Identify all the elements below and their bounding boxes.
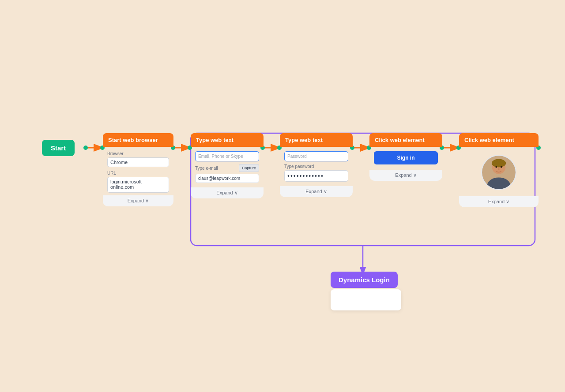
click-signin-card: Click web element Sign in Expand ∨ [369, 133, 442, 181]
avatar [481, 155, 516, 190]
start-browser-card: Start web browser Browser Chrome URL log… [103, 133, 173, 206]
start-browser-footer: Expand ∨ [103, 195, 173, 206]
svg-point-6 [498, 168, 500, 170]
email-value-field: claus@leapwork.com [195, 174, 259, 183]
url-value: login.microsoftonline.com [107, 177, 169, 193]
avatar-container [463, 151, 534, 194]
password-value-field: •••••••••••• [284, 170, 348, 182]
start-browser-body: Browser Chrome URL login.microsoftonline… [103, 147, 173, 195]
dynamics-login-card [331, 289, 401, 310]
capture-button[interactable]: Capture [239, 164, 259, 172]
type-email-title: Type web text [196, 137, 234, 143]
svg-point-5 [501, 166, 502, 168]
svg-point-4 [495, 166, 497, 168]
click-signin-header: Click web element [369, 133, 442, 147]
password-placeholder-field[interactable]: Password [284, 151, 348, 161]
click-avatar-header: Click web element [459, 133, 539, 147]
click-avatar-title: Click web element [464, 137, 514, 143]
type-email-footer: Expand ∨ [191, 187, 264, 198]
type-email-label: Type e-mail [195, 166, 237, 171]
click-signin-expand-label: Expand ∨ [395, 172, 416, 178]
type-password-expand[interactable]: Expand ∨ [284, 189, 348, 194]
browser-value: Chrome [107, 157, 169, 167]
type-password-header: Type web text [280, 133, 353, 147]
email-placeholder-field[interactable]: Email, Phone or Skype [195, 151, 259, 161]
url-label: URL [107, 171, 169, 175]
click-signin-body: Sign in [369, 147, 442, 170]
click-signin-title: Click web element [375, 137, 425, 143]
start-node: Start [42, 140, 75, 156]
workflow-canvas: Start Start web browser Browser Chrome U… [0, 0, 565, 392]
type-password-body: Password Type password •••••••••••• [280, 147, 353, 186]
type-password-expand-label: Expand ∨ [305, 189, 327, 194]
click-avatar-body [459, 147, 539, 196]
click-signin-expand[interactable]: Expand ∨ [374, 172, 438, 178]
click-avatar-expand[interactable]: Expand ∨ [463, 199, 534, 205]
browser-label: Browser [107, 151, 169, 156]
type-password-footer: Expand ∨ [280, 186, 353, 197]
start-browser-header: Start web browser [103, 133, 173, 147]
type-email-expand[interactable]: Expand ∨ [195, 190, 259, 196]
sign-in-button[interactable]: Sign in [374, 151, 438, 164]
click-avatar-footer: Expand ∨ [459, 196, 539, 207]
type-email-row: Type e-mail Capture [195, 164, 259, 172]
type-email-body: Email, Phone or Skype Type e-mail Captur… [191, 147, 264, 187]
dynamics-login-text: Dynamics Login [331, 272, 398, 288]
type-password-label: Type password [284, 164, 348, 169]
start-browser-expand[interactable]: Expand ∨ [107, 198, 169, 204]
dot-start-right [83, 146, 88, 150]
start-browser-title: Start web browser [108, 137, 158, 143]
click-avatar-expand-label: Expand ∨ [488, 199, 509, 205]
click-avatar-card: Click web element [459, 133, 539, 207]
start-browser-expand-label: Expand ∨ [128, 198, 149, 204]
start-text: Start [51, 144, 66, 152]
type-email-card: Type web text Email, Phone or Skype Type… [191, 133, 264, 198]
type-password-card: Type web text Password Type password •••… [280, 133, 353, 197]
start-label: Start [42, 140, 75, 156]
click-signin-footer: Expand ∨ [369, 170, 442, 181]
type-password-title: Type web text [285, 137, 323, 143]
avatar-svg [482, 155, 516, 190]
type-email-expand-label: Expand ∨ [216, 190, 237, 196]
type-email-header: Type web text [191, 133, 264, 147]
svg-point-2 [492, 159, 506, 168]
